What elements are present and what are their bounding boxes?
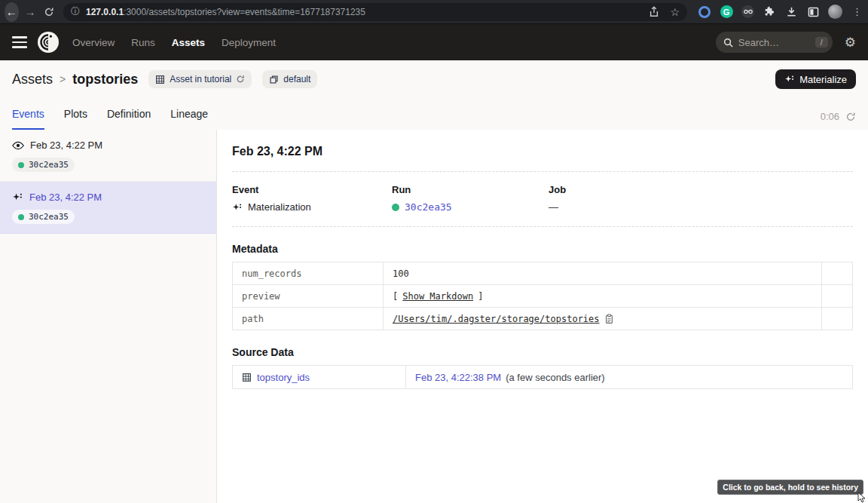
table-row: topstory_ids Feb 23, 4:22:38 PM (a few s…	[233, 366, 852, 388]
asset-group-tag[interactable]: Asset in tutorial	[148, 70, 252, 88]
browser-forward-button[interactable]: →	[23, 2, 38, 22]
nav-item-overview[interactable]: Overview	[72, 37, 115, 48]
divider	[232, 171, 853, 172]
tab-lineage[interactable]: Lineage	[170, 108, 208, 130]
events-sidebar: Feb 23, 4:22 PM 30c2ea35 Feb 23, 4:22 PM	[0, 130, 217, 503]
grammarly-extension-icon[interactable]: G	[720, 5, 733, 19]
glasses-extension-icon[interactable]	[741, 5, 754, 18]
mouse-cursor	[857, 492, 866, 503]
event-list-item-materialization[interactable]: Feb 23, 4:22 PM 30c2ea35	[0, 182, 216, 234]
tab-definition[interactable]: Definition	[107, 108, 151, 130]
nav-item-assets[interactable]: Assets	[172, 37, 205, 48]
event-info-grid: Event Materialization Run 30c2e	[232, 184, 853, 213]
event-timestamp: Feb 23, 4:22 PM	[30, 140, 102, 151]
page-title-asset-name: topstories	[72, 72, 138, 87]
show-markdown-link[interactable]: Show Markdown	[402, 291, 473, 302]
url-host: 127.0.0.1	[86, 7, 124, 17]
run-id-tag[interactable]: 30c2ea35	[12, 210, 75, 224]
metadata-key: path	[233, 308, 384, 330]
sparkle-icon	[784, 74, 795, 84]
metadata-key: preview	[233, 285, 384, 307]
metadata-table: num_records 100 preview [Show Markdown] …	[232, 262, 853, 330]
job-column-label: Job	[549, 184, 566, 195]
run-id-tag[interactable]: 30c2ea35	[12, 158, 75, 172]
breadcrumb-assets[interactable]: Assets	[12, 72, 53, 87]
asset-group-tag-label: Asset in tutorial	[170, 74, 231, 84]
sparkle-icon	[232, 202, 243, 213]
browser-menu-icon[interactable]: ⋮	[852, 6, 862, 17]
table-grid-icon	[155, 75, 165, 84]
browser-back-button[interactable]: ←	[5, 2, 19, 22]
source-timestamp-note: (a few seconds earlier)	[506, 372, 605, 383]
browser-reload-button[interactable]	[41, 2, 56, 22]
metadata-key: num_records	[233, 262, 384, 284]
metadata-extra-cell	[822, 308, 852, 330]
event-list-item-observation[interactable]: Feb 23, 4:22 PM 30c2ea35	[0, 130, 216, 182]
hamburger-menu-icon[interactable]	[12, 36, 27, 48]
metadata-extra-cell	[822, 262, 852, 284]
upstream-asset-link[interactable]: topstory_ids	[257, 372, 310, 383]
run-id-link[interactable]: 30c2ea35	[405, 201, 452, 213]
app-navbar: Overview Runs Assets Deployment Search… …	[0, 24, 868, 60]
bookmark-icon[interactable]: ☆	[670, 6, 680, 18]
site-info-icon[interactable]: ⓘ	[71, 5, 80, 18]
search-icon	[723, 38, 733, 48]
dagster-asset-page: ← → ⓘ 127.0.0.1 :3000/assets/topstories?…	[0, 0, 868, 503]
table-row: num_records 100	[233, 262, 852, 285]
bracket: ]	[478, 291, 483, 302]
eye-icon	[12, 141, 24, 150]
run-id: 30c2ea35	[29, 160, 69, 170]
run-status-dot	[18, 214, 24, 220]
downloads-icon[interactable]	[784, 5, 798, 19]
tab-events[interactable]: Events	[12, 108, 44, 130]
metadata-heading: Metadata	[232, 243, 853, 255]
repo-location-tag-label: default	[283, 74, 310, 84]
address-bar[interactable]: ⓘ 127.0.0.1 :3000/assets/topstories?view…	[63, 3, 687, 21]
run-status-dot	[392, 204, 399, 211]
divider	[232, 226, 853, 227]
run-column-label: Run	[392, 184, 549, 195]
nav-item-deployment[interactable]: Deployment	[222, 37, 276, 48]
event-type-value: Materialization	[248, 201, 311, 213]
refresh-countdown: 0:06	[821, 111, 839, 122]
nav-item-runs[interactable]: Runs	[131, 37, 155, 48]
search-input[interactable]: Search… /	[716, 32, 833, 53]
refresh-icon[interactable]	[845, 112, 856, 122]
dagster-logo[interactable]	[38, 32, 59, 53]
browser-extensions: G	[698, 5, 868, 19]
path-link[interactable]: /Users/tim/.dagster/storage/topstories	[393, 314, 600, 324]
asset-tabs: Events Plots Definition Lineage 0:06	[0, 98, 868, 130]
metadata-extra-cell	[822, 285, 852, 307]
profile-avatar[interactable]	[828, 5, 842, 19]
sparkle-icon	[12, 192, 23, 203]
breadcrumb-separator: >	[60, 73, 66, 85]
search-shortcut-key: /	[815, 37, 828, 48]
reload-definitions-icon[interactable]	[236, 75, 245, 84]
tab-plots[interactable]: Plots	[64, 108, 87, 130]
event-column-label: Event	[232, 184, 392, 195]
run-id: 30c2ea35	[29, 212, 69, 222]
password-extension-icon[interactable]	[698, 5, 711, 19]
settings-gear-icon[interactable]: ⚙	[845, 36, 856, 49]
source-data-heading: Source Data	[232, 346, 853, 358]
run-status-dot	[18, 162, 24, 168]
page-header: Assets > topstories Asset in tutorial	[0, 60, 868, 98]
event-detail-title: Feb 23, 4:22 PM	[232, 145, 853, 158]
event-timestamp: Feb 23, 4:22 PM	[29, 192, 102, 203]
browser-toolbar: ← → ⓘ 127.0.0.1 :3000/assets/topstories?…	[0, 0, 868, 24]
url-path: :3000/assets/topstories?view=events&time…	[124, 7, 365, 17]
event-detail-panel: Feb 23, 4:22 PM Event Materialization	[217, 130, 868, 503]
share-icon[interactable]	[649, 6, 659, 17]
materialize-button[interactable]: Materialize	[775, 69, 856, 89]
job-value: —	[549, 201, 558, 213]
copy-to-clipboard-icon[interactable]	[604, 314, 614, 324]
metadata-value: 100	[393, 268, 409, 279]
bracket: [	[393, 291, 398, 302]
extensions-puzzle-icon[interactable]	[763, 5, 776, 19]
materialize-button-label: Materialize	[799, 74, 847, 85]
search-placeholder: Search…	[738, 37, 779, 48]
side-panel-icon[interactable]	[806, 5, 820, 19]
copy-squares-icon	[269, 75, 279, 84]
source-timestamp-link[interactable]: Feb 23, 4:22:38 PM	[415, 372, 501, 383]
repo-location-tag[interactable]: default	[262, 70, 317, 88]
